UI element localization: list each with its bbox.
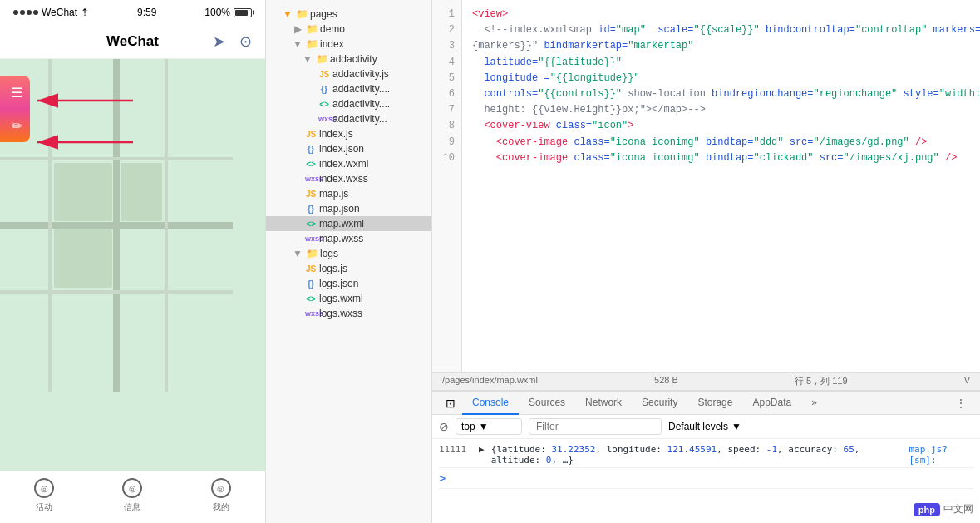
wxss-icon-map: wxss [305,234,317,243]
bottom-nav-huodong[interactable]: ◎ 活动 [0,478,88,513]
tab-sources[interactable]: Sources [519,392,575,415]
line-num-9: 9 [439,135,455,150]
line-num-2: 2 [439,22,455,38]
code-line-3: {markers}}" bindmarkertap="markertap" [472,38,970,54]
tree-file-index-js[interactable]: JS index.js [266,126,431,141]
tree-file-index-wxss[interactable]: wxss index.wxss [266,171,431,186]
tree-file-map-js[interactable]: JS map.js [266,186,431,201]
sidebar-list-btn[interactable]: ☰ [0,76,33,109]
bottom-nav-label-2: 我的 [213,501,229,513]
devtools-more-btn[interactable]: ⋮ [948,393,973,413]
wxss-icon-index: wxss [305,175,317,183]
svg-rect-8 [121,163,162,221]
tree-folder-demo[interactable]: ▶ 📁 demo [266,22,431,37]
devtools-content: 11111 ▶ {latitude: 31.22352, longitude: … [432,439,980,523]
send-icon[interactable]: ➤ [213,32,225,51]
tree-file-logs-js[interactable]: JS logs.js [266,261,431,276]
tree-file-map-wxss[interactable]: wxss map.wxss [266,231,431,246]
php-badge: php [914,503,940,516]
tree-folder-addactivity[interactable]: ▼ 📁 addactivity [266,52,431,67]
tree-file-logs-wxss[interactable]: wxss logs.wxss [266,306,431,321]
tree-label-index-wxss: index.wxss [319,173,368,185]
tree-file-map-json[interactable]: {} map.json [266,201,431,216]
tab-security[interactable]: Security [632,392,687,415]
tree-file-logs-json[interactable]: {} logs.json [266,276,431,291]
expand-arrow-icon[interactable]: ▶ [479,444,485,455]
json-icon-map: {} [305,205,317,214]
bottom-nav-wode[interactable]: ◎ 我的 [177,478,265,513]
svg-rect-0 [0,59,265,471]
line-num-4: 4 [439,55,455,71]
js-icon-index: JS [305,130,317,139]
line-num-5: 5 [439,71,455,86]
wxml-icon-map: <> [305,220,317,229]
status-left: WeChat ⇡ [13,7,89,18]
sidebar-edit-btn[interactable]: ✏ [0,109,33,142]
info-icon: ◎ [122,478,142,498]
console-cursor[interactable]: > [439,470,446,486]
phone-panel: WeChat ⇡ 9:59 100% WeChat ➤ ⊙ ☰ ✏ [0,0,266,523]
tree-file-index-wxml[interactable]: <> index.wxml [266,156,431,171]
devtools-console-icon[interactable]: ⊡ [439,397,462,410]
person-icon: ◎ [211,478,231,498]
tree-folder-index[interactable]: ▼ 📁 index [266,37,431,52]
level-selector[interactable]: Default levels ▼ [668,421,741,432]
tree-file-addactivity-json[interactable]: {} addactivity.... [266,81,431,96]
phone-nav-bar: WeChat ➤ ⊙ [0,25,265,59]
filter-input[interactable] [529,418,662,435]
no-entry-icon[interactable]: ⊘ [439,420,449,433]
right-section: ▼ 📁 pages ▶ 📁 demo ▼ 📁 index [266,0,980,523]
tree-label-map-wxss: map.wxss [319,233,363,244]
tree-file-addactivity-wxml[interactable]: <> addactivity.... [266,96,431,111]
record-icon[interactable]: ⊙ [239,32,252,51]
context-selector[interactable]: top ▼ [456,418,522,435]
devtools-panel: ⊡ Console Sources Network Security Stora… [432,390,980,523]
bottom-nav-xinxi[interactable]: ◎ 信息 [88,478,176,513]
battery-percent: 100% [204,7,230,18]
tree-label-map-js: map.js [319,188,348,200]
line-num-10: 10 [439,150,455,166]
signal-dot-3 [27,10,32,15]
line-num-3: 3 [439,38,455,54]
map-area [0,59,265,471]
tree-file-logs-wxml[interactable]: <> logs.wxml [266,291,431,306]
code-content: 1 2 3 4 5 6 7 8 9 10 <view> [432,0,980,372]
code-line-9: <cover-image class="icona iconimg" bindt… [472,135,970,150]
tab-more[interactable]: » [801,392,827,415]
tree-folder-pages[interactable]: ▼ 📁 pages [266,7,431,22]
json-icon: {} [318,85,330,94]
wxml-icon-index: <> [305,160,317,169]
editor-section: ▼ 📁 pages ▶ 📁 demo ▼ 📁 index [266,0,980,523]
tree-file-addactivity-js[interactable]: JS addactivity.js [266,67,431,81]
tree-label-addactivity-json: addactivity.... [332,83,390,95]
folder-addactivity-icon: 📁 [316,53,327,65]
code-editor[interactable]: 1 2 3 4 5 6 7 8 9 10 <view> [432,0,980,372]
tab-storage[interactable]: Storage [687,392,742,415]
battery-fill [235,10,248,16]
tree-file-addactivity-wxss[interactable]: wxss addactivity... [266,111,431,126]
tree-label-map-wxml: map.wxml [319,218,364,229]
phone-content: ☰ ✏ [0,59,265,471]
activity-icon: ◎ [34,478,54,498]
tab-appdata[interactable]: AppData [742,392,801,415]
tree-label-pages: pages [310,8,337,20]
status-right: 100% [204,7,252,18]
tree-file-map-wxml[interactable]: <> map.wxml [266,216,431,231]
tree-file-index-json[interactable]: {} index.json [266,141,431,156]
folder-logs-icon: 📁 [306,248,318,259]
code-lines: <view> <!--index.wxml<map id="map" scale… [462,0,980,372]
tab-network[interactable]: Network [575,392,632,415]
code-line-2: <!--index.wxml<map id="map" scale="{{sca… [472,22,970,38]
signal-dot-1 [13,10,18,15]
line-numbers: 1 2 3 4 5 6 7 8 9 10 [432,0,462,372]
signal-dots [13,10,38,15]
code-status-bar: /pages/index/map.wxml 528 B 行 5，列 119 V [432,372,980,390]
tab-console[interactable]: Console [462,392,519,415]
tree-folder-logs[interactable]: ▼ 📁 logs [266,246,431,261]
wifi-icon: ⇡ [81,7,89,18]
console-source-link[interactable]: map.js? [sm]: [909,444,974,466]
phone-bottom-nav: ◎ 活动 ◎ 信息 ◎ 我的 [0,471,265,523]
code-line-1: <view> [472,7,970,22]
phone-title: WeChat [106,33,159,50]
folder-index-icon: 📁 [306,38,318,50]
